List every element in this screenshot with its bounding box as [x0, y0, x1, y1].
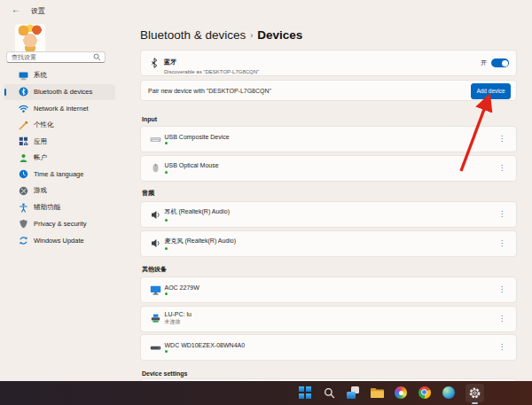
sidebar-item-label: 帐户: [34, 153, 47, 162]
sidebar-item-network[interactable]: Network & internet: [4, 100, 115, 117]
section-device-settings-label: Device settings: [142, 370, 187, 377]
section-audio-label: 音频: [142, 189, 154, 198]
task-view-button[interactable]: [346, 386, 360, 400]
sidebar-item-gaming[interactable]: 游戏: [4, 183, 115, 199]
system-icon: [19, 71, 28, 81]
color-wheel-icon: [395, 386, 407, 399]
device-name: WDC WD10EZEX-08WN4A0: [165, 342, 246, 348]
speaker-icon: [150, 238, 161, 249]
taskbar-search-button[interactable]: [322, 386, 336, 400]
device-row-microphone[interactable]: 麦克风 (Realtek(R) Audio) ⋮: [140, 230, 517, 257]
status-connected-dot: [165, 292, 168, 295]
sidebar-item-label: Windows Update: [34, 237, 84, 245]
more-options-icon[interactable]: ⋮: [498, 344, 505, 351]
folder-icon: [370, 386, 384, 399]
sidebar-item-bluetooth-devices[interactable]: Bluetooth & devices: [4, 84, 115, 101]
device-name: LU-PC: lu: [165, 311, 192, 317]
xbox-icon: [19, 186, 28, 196]
chrome-icon: [419, 386, 431, 399]
section-other-devices-label: 其他设备: [142, 265, 167, 274]
sidebar-item-accounts[interactable]: 帐户: [4, 150, 115, 167]
toggle-state-label: 开: [481, 58, 487, 67]
status-connected-dot: [165, 350, 168, 353]
desktop: ← 设置 系统 Bluetooth & devices Network & in…: [0, 0, 532, 405]
sidebar-item-label: Time & language: [34, 170, 83, 178]
task-view-icon: [347, 386, 359, 399]
sidebar-item-apps[interactable]: 应用: [4, 133, 115, 150]
sidebar-item-label: Network & internet: [34, 105, 89, 113]
device-name: 耳机 (Realtek(R) Audio): [165, 207, 231, 216]
device-row-headphones[interactable]: 耳机 (Realtek(R) Audio) ⋮: [140, 201, 517, 228]
sidebar-item-windows-update[interactable]: Windows Update: [4, 232, 115, 249]
keyboard-icon: [150, 134, 161, 145]
chrome-button[interactable]: [418, 386, 432, 400]
page-title: Devices: [257, 28, 302, 42]
sidebar-item-accessibility[interactable]: 辅助功能: [4, 199, 115, 216]
bluetooth-icon: [19, 87, 28, 97]
search-icon: [93, 53, 101, 61]
brush-icon: [19, 121, 28, 130]
more-options-icon[interactable]: ⋮: [498, 286, 505, 293]
annotation-arrow: [442, 85, 504, 178]
sidebar-item-label: Bluetooth & devices: [34, 88, 92, 96]
settings-search-box[interactable]: [6, 51, 106, 63]
device-status-text: 未连接: [165, 318, 192, 326]
wifi-icon: [19, 104, 28, 113]
gear-icon: [468, 386, 481, 400]
bluetooth-name: 蓝牙: [164, 58, 176, 65]
breadcrumb-parent[interactable]: Bluetooth & devices: [140, 28, 246, 42]
bluetooth-description: Discoverable as "DESKTOP-L7G8CQN": [164, 69, 259, 74]
file-explorer-button[interactable]: [370, 386, 384, 400]
device-row-lu-pc[interactable]: LU-PC: lu 未连接 ⋮: [140, 306, 517, 332]
shield-icon: [19, 219, 28, 229]
device-name: 麦克风 (Realtek(R) Audio): [165, 237, 237, 245]
apps-icon: [19, 136, 28, 146]
person-icon: [19, 153, 28, 163]
breadcrumb: Bluetooth & devices › Devices: [140, 28, 302, 42]
more-options-icon[interactable]: ⋮: [498, 315, 505, 323]
sidebar-item-label: 系统: [34, 71, 47, 80]
bluetooth-card: 蓝牙 Discoverable as "DESKTOP-L7G8CQN" 开: [140, 50, 517, 76]
back-button[interactable]: ←: [12, 4, 20, 14]
update-icon: [19, 236, 28, 245]
section-input-label: Input: [142, 116, 157, 122]
sidebar-item-label: Privacy & security: [34, 220, 87, 228]
status-connected-dot: [165, 247, 168, 250]
settings-taskbar-button[interactable]: [467, 386, 481, 400]
device-row-wdc-drive[interactable]: WDC WD10EZEX-08WN4A0 ⋮: [140, 334, 517, 361]
pc-device-icon: [150, 313, 161, 324]
sidebar-item-time-language[interactable]: Time & language: [4, 167, 115, 183]
sidebar-item-label: 个性化: [34, 121, 54, 129]
status-connected-dot: [165, 142, 168, 144]
sidebar-item-personalization[interactable]: 个性化: [4, 117, 115, 134]
sidebar-item-privacy-security[interactable]: Privacy & security: [4, 215, 115, 232]
search-input[interactable]: [7, 54, 93, 60]
more-options-icon[interactable]: ⋮: [498, 211, 505, 218]
active-app-indicator: [472, 402, 478, 404]
window-title: 设置: [31, 6, 45, 16]
toggle-knob: [502, 60, 508, 66]
device-row-aoc-monitor[interactable]: AOC 2279W ⋮: [140, 276, 517, 303]
user-avatar[interactable]: [15, 24, 45, 54]
globe-app-icon: [442, 386, 455, 399]
chevron-right-icon: ›: [250, 31, 253, 40]
mouse-icon: [150, 162, 161, 174]
sidebar-item-system[interactable]: 系统: [4, 67, 115, 84]
color-wheel-app-button[interactable]: [394, 386, 408, 400]
windows-logo-icon: [299, 386, 311, 399]
bluetooth-toggle[interactable]: [491, 58, 509, 67]
sidebar-item-label: 应用: [34, 137, 47, 146]
sidebar-item-label: 辅助功能: [34, 203, 60, 212]
hard-drive-icon: [150, 342, 161, 354]
start-button[interactable]: [298, 386, 312, 400]
globe-app-button[interactable]: [442, 386, 456, 400]
search-icon: [324, 387, 335, 399]
pair-device-label: Pair new device with "DESKTOP-L7G8CQN": [148, 88, 271, 94]
more-options-icon[interactable]: ⋮: [498, 240, 505, 247]
sidebar-item-label: 游戏: [34, 186, 47, 195]
clock-icon: [19, 169, 28, 179]
speaker-icon: [150, 209, 161, 221]
status-connected-dot: [165, 171, 168, 174]
accessibility-icon: [19, 203, 28, 213]
monitor-icon: [150, 284, 161, 296]
